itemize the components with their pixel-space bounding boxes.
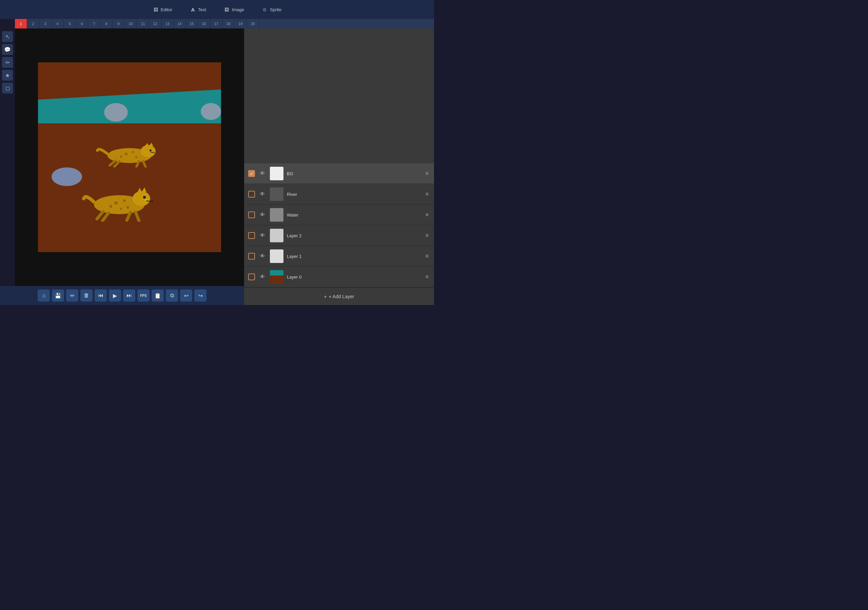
layer-water-checkbox[interactable] (248, 212, 255, 218)
frame-6[interactable]: 6 (76, 19, 88, 28)
delete-button[interactable]: 🗑 (81, 290, 93, 302)
frame-19[interactable]: 19 (235, 19, 247, 28)
rock-top (104, 103, 128, 122)
frame-14[interactable]: 14 (174, 19, 186, 28)
frame-15[interactable]: 15 (186, 19, 198, 28)
svg-point-27 (114, 201, 118, 205)
fast-forward-button[interactable]: ⏭ (123, 290, 135, 302)
layer-bg[interactable]: 👁 BG ≡ (244, 163, 434, 184)
layer-water[interactable]: 👁 Water ≡ (244, 205, 434, 225)
svg-marker-3 (149, 142, 153, 146)
layer-0-checkbox[interactable] (248, 274, 255, 280)
layer-1[interactable]: 👁 Layer 1 ≡ (244, 246, 434, 267)
frame-11[interactable]: 11 (137, 19, 149, 28)
text-button[interactable]: A Text (186, 5, 209, 15)
svg-line-10 (110, 161, 115, 166)
layer-2-thumbnail (270, 229, 284, 242)
editor-button[interactable]: 🖼 Editor (149, 5, 176, 15)
svg-point-12 (132, 151, 134, 153)
home-button[interactable]: ⌂ (38, 290, 50, 302)
svg-line-26 (97, 212, 103, 219)
layers-panel: Layers 👁 BG ≡ 👁 River ≡ 👁 Water ≡ (244, 0, 434, 305)
star-tool-button[interactable]: ★ (2, 70, 13, 81)
duplicate-button[interactable]: ⧉ (166, 290, 178, 302)
sprite-button[interactable]: ⊙ Sprite (258, 5, 285, 15)
layer-bg-menu-icon[interactable]: ≡ (424, 169, 430, 178)
frame-7[interactable]: 7 (88, 19, 100, 28)
layer-river-menu-icon[interactable]: ≡ (424, 190, 430, 198)
copy-button[interactable]: 📋 (152, 290, 164, 302)
add-layer-button[interactable]: + + Add Layer (244, 287, 434, 305)
text-label: Text (198, 7, 206, 12)
pen-tool-button[interactable]: ✏ (2, 57, 13, 68)
svg-marker-18 (142, 187, 146, 192)
svg-marker-17 (137, 188, 142, 192)
layer-2-visibility[interactable]: 👁 (258, 231, 267, 240)
image-button[interactable]: 🖼 Image (220, 5, 248, 15)
layer-2-checkbox[interactable] (248, 232, 255, 239)
rock-top-right (201, 103, 221, 120)
svg-point-19 (143, 196, 146, 198)
layer-0-visibility[interactable]: 👁 (258, 273, 267, 281)
rewind-button[interactable]: ⏮ (95, 290, 107, 302)
frame-ruler: 1 2 3 4 5 6 7 8 9 10 11 12 13 14 15 16 1… (15, 19, 434, 28)
layer-river-checkbox[interactable] (248, 191, 255, 198)
frame-3[interactable]: 3 (39, 19, 51, 28)
frame-17[interactable]: 17 (210, 19, 222, 28)
sprite-icon: ⊙ (262, 6, 268, 12)
eraser-tool-button[interactable]: ◻ (2, 83, 13, 93)
layer-2[interactable]: 👁 Layer 2 ≡ (244, 225, 434, 246)
frame-20[interactable]: 20 (247, 19, 259, 28)
redo-button[interactable]: ↪ (194, 290, 206, 302)
layer-bg-name: BG (287, 171, 421, 176)
svg-line-23 (136, 212, 139, 221)
svg-point-11 (125, 153, 127, 155)
fps-button[interactable]: FPS (137, 290, 150, 302)
layers-list: 👁 BG ≡ 👁 River ≡ 👁 Water ≡ 👁 Layer 2 (244, 19, 434, 287)
svg-line-25 (102, 213, 108, 221)
frame-8[interactable]: 8 (100, 19, 113, 28)
layer-river-thumbnail (270, 187, 284, 201)
save-button[interactable]: 💾 (52, 290, 64, 302)
frame-9[interactable]: 9 (113, 19, 125, 28)
undo-button[interactable]: ↩ (180, 290, 192, 302)
layer-bg-checkbox[interactable] (248, 170, 255, 177)
layer-river[interactable]: 👁 River ≡ (244, 184, 434, 205)
layer-1-visibility[interactable]: 👁 (258, 252, 267, 260)
speech-bubble-tool-button[interactable]: 💬 (2, 44, 13, 55)
layer-water-menu-icon[interactable]: ≡ (424, 211, 430, 219)
layer-bg-visibility[interactable]: 👁 (258, 169, 267, 178)
layer-0-menu-icon[interactable]: ≡ (424, 272, 430, 281)
layer-river-visibility[interactable]: 👁 (258, 190, 267, 198)
svg-point-31 (120, 208, 122, 210)
frame-12[interactable]: 12 (149, 19, 161, 28)
svg-point-14 (135, 156, 137, 158)
layer-1-checkbox[interactable] (248, 253, 255, 260)
layer-water-visibility[interactable]: 👁 (258, 211, 267, 219)
edit-button[interactable]: ✏ (66, 290, 78, 302)
frame-1[interactable]: 1 (15, 19, 27, 28)
sprite-label: Sprite (270, 7, 281, 12)
frame-16[interactable]: 16 (198, 19, 210, 28)
frame-5[interactable]: 5 (64, 19, 76, 28)
frame-4[interactable]: 4 (51, 19, 64, 28)
top-toolbar: 🖼 Editor A Text 🖼 Image ⊙ Sprite (0, 0, 434, 19)
layer-2-menu-icon[interactable]: ≡ (424, 231, 430, 240)
frame-2[interactable]: 2 (27, 19, 39, 28)
svg-line-7 (143, 161, 146, 167)
scene-canvas (38, 62, 221, 252)
add-layer-label: + Add Layer (329, 294, 354, 299)
layer-1-menu-icon[interactable]: ≡ (424, 252, 430, 261)
play-button[interactable]: ▶ (109, 290, 121, 302)
canvas-area (15, 28, 244, 286)
svg-point-30 (127, 206, 129, 209)
editor-label: Editor (161, 7, 172, 12)
select-tool-button[interactable]: ↖ (2, 31, 13, 42)
layer-0[interactable]: 👁 Layer 0 ≡ (244, 267, 434, 287)
svg-point-1 (141, 145, 156, 157)
layer-water-thumbnail (270, 208, 284, 221)
frame-13[interactable]: 13 (161, 19, 174, 28)
frame-18[interactable]: 18 (222, 19, 235, 28)
frame-10[interactable]: 10 (125, 19, 137, 28)
layer-1-name: Layer 1 (287, 254, 421, 259)
